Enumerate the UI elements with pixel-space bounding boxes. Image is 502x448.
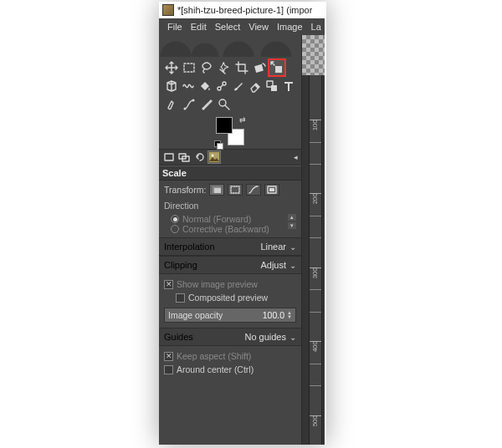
tool-options-title: Scale — [159, 165, 301, 181]
opacity-value: 100.0 — [263, 310, 284, 320]
show-preview-checkbox[interactable]: Show image preview — [164, 279, 296, 289]
svg-point-14 — [212, 155, 214, 157]
crop-tool[interactable] — [234, 60, 249, 75]
move-tool[interactable] — [164, 60, 179, 75]
menu-image[interactable]: Image — [274, 20, 306, 33]
svg-rect-10 — [165, 154, 173, 160]
window-titlebar: *[shih-tzu-breed-picture-1] (impor — [159, 2, 325, 18]
rotate-tool[interactable] — [252, 60, 267, 75]
show-preview-label: Show image preview — [177, 279, 258, 289]
checkbox-icon — [176, 293, 185, 303]
interpolation-combo[interactable]: Interpolation Linear⌄ — [159, 237, 301, 256]
vertical-ruler[interactable]: 100 200 300 400 500 — [309, 75, 322, 445]
transform-label: Transform: — [164, 185, 206, 195]
menu-file[interactable]: File — [164, 20, 186, 33]
clone-tool[interactable] — [265, 79, 279, 94]
smudge-tool[interactable] — [164, 97, 179, 112]
direction-normal-label: Normal (Forward) — [182, 214, 251, 224]
radio-dot-icon — [171, 225, 179, 233]
opacity-down[interactable]: ▼ — [287, 315, 292, 319]
tab-images[interactable] — [207, 150, 221, 164]
guides-label: Guides — [164, 332, 193, 342]
menu-bar: File Edit Select View Image La — [159, 18, 325, 35]
interpolation-value: Linear — [260, 242, 286, 252]
text-tool[interactable] — [282, 79, 296, 94]
tab-device-status[interactable] — [177, 150, 191, 164]
around-center-checkbox[interactable]: Around center (Ctrl) — [164, 364, 296, 374]
transform-layer-button[interactable] — [209, 184, 224, 196]
transparency-checker — [302, 35, 325, 75]
toolbox — [159, 57, 301, 114]
composited-preview-checkbox[interactable]: Composited preview — [164, 293, 296, 303]
foreground-color[interactable] — [216, 117, 233, 134]
direction-link-down[interactable]: ▾ — [288, 222, 296, 229]
eraser-tool[interactable] — [248, 79, 263, 94]
direction-normal-radio[interactable]: Normal (Forward) — [164, 214, 284, 224]
transform-selection-button[interactable] — [228, 184, 243, 196]
chevron-down-icon: ⌄ — [289, 242, 296, 252]
svg-rect-1 — [254, 64, 264, 73]
direction-corrective-radio[interactable]: Corrective (Backward) — [164, 224, 284, 234]
transform-image-button[interactable] — [264, 184, 279, 196]
reset-colors-icon[interactable] — [214, 140, 221, 147]
menu-select[interactable]: Select — [212, 20, 244, 33]
app-icon — [162, 4, 174, 16]
svg-rect-16 — [214, 188, 221, 193]
clipping-label: Clipping — [164, 260, 197, 270]
paths-tool[interactable] — [182, 97, 197, 112]
warp-tool[interactable] — [181, 79, 195, 94]
around-center-label: Around center (Ctrl) — [177, 364, 254, 374]
svg-rect-0 — [184, 64, 194, 72]
opacity-label: Image opacity — [168, 310, 223, 320]
ruler-label: 300 — [311, 267, 319, 278]
guides-value: No guides — [244, 332, 286, 342]
ruler-label: 200 — [311, 193, 319, 204]
zoom-tool[interactable] — [217, 97, 232, 112]
swap-colors-icon[interactable]: ⇄ — [239, 115, 246, 124]
window-title: *[shih-tzu-breed-picture-1] (impor — [177, 5, 312, 15]
dock-tabs: ◂ — [159, 149, 301, 165]
svg-point-7 — [184, 108, 187, 110]
chevron-down-icon: ⌄ — [289, 333, 296, 342]
canvas-gutter: 100 200 300 400 500 — [301, 35, 325, 445]
checkbox-icon — [164, 365, 173, 374]
clipping-combo[interactable]: Clipping Adjust⌄ — [159, 256, 301, 274]
transform-path-button[interactable] — [246, 184, 261, 196]
tab-tool-options[interactable] — [162, 150, 176, 164]
paintbrush-tool[interactable] — [232, 79, 246, 94]
lasso-tool[interactable] — [199, 60, 214, 75]
keep-aspect-label: Keep aspect (Shift) — [177, 351, 251, 361]
menu-layer[interactable]: La — [308, 20, 325, 33]
svg-rect-19 — [269, 188, 274, 191]
direction-heading: Direction — [164, 201, 296, 211]
checkbox-icon — [164, 352, 173, 361]
fuzzy-select-tool[interactable] — [217, 60, 232, 75]
color-picker-tool[interactable] — [199, 97, 214, 112]
transform-3d-tool[interactable] — [164, 79, 178, 94]
clipping-value: Adjust — [260, 260, 286, 270]
guides-combo[interactable]: Guides No guides⌄ — [159, 328, 301, 346]
scale-tool[interactable] — [269, 60, 284, 75]
bucket-fill-tool[interactable] — [197, 79, 212, 94]
checkbox-icon — [164, 280, 173, 289]
radio-dot-icon — [171, 215, 179, 223]
interpolation-label: Interpolation — [164, 242, 215, 252]
dock-menu-icon[interactable]: ◂ — [294, 153, 298, 161]
ruler-label: 100 — [311, 120, 319, 130]
color-swatches: ⇄ — [159, 114, 301, 149]
rect-select-tool[interactable] — [182, 60, 197, 75]
image-opacity-slider[interactable]: Image opacity 100.0 ▲▼ — [164, 308, 296, 323]
svg-point-8 — [192, 99, 195, 102]
gradient-tool[interactable] — [214, 79, 228, 94]
svg-rect-2 — [275, 66, 282, 73]
menu-edit[interactable]: Edit — [187, 20, 210, 33]
transform-target-row: Transform: — [164, 184, 296, 196]
ruler-label: 500 — [311, 415, 319, 426]
tab-undo-history[interactable] — [192, 150, 206, 164]
direction-link-up[interactable]: ▴ — [288, 214, 296, 221]
keep-aspect-checkbox[interactable]: Keep aspect (Shift) — [164, 351, 296, 361]
svg-rect-17 — [231, 186, 239, 193]
panel-decor — [159, 35, 301, 57]
menu-view[interactable]: View — [245, 20, 272, 33]
svg-rect-6 — [271, 85, 277, 91]
